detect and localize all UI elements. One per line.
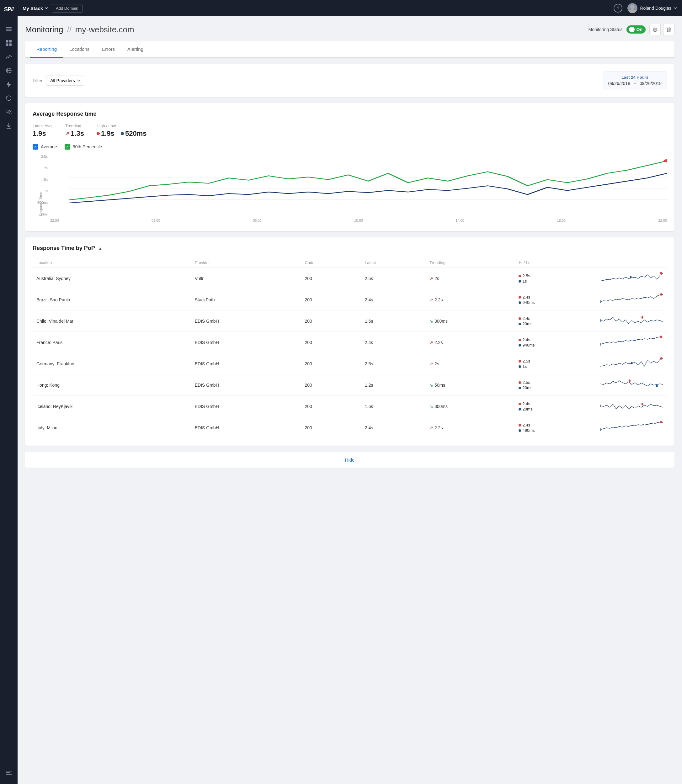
cell-latest: 2.4s [361, 332, 426, 353]
monitoring-status-section: Monitoring Status On [588, 24, 674, 35]
sidebar-item-users[interactable] [3, 106, 15, 118]
cell-latest: 2.5s [361, 353, 426, 374]
cell-sparkline [597, 289, 667, 310]
col-location: Location [33, 258, 191, 268]
svg-point-40 [601, 428, 601, 431]
sidebar-item-download[interactable] [3, 119, 15, 132]
cell-provider: EDIS GmbH [191, 374, 301, 396]
svg-point-39 [660, 421, 662, 423]
cell-hilo: 2.4s 20ms [515, 310, 597, 332]
cell-code: 200 [301, 374, 361, 396]
sidebar-item-lightning[interactable] [3, 78, 15, 91]
header-actions [649, 24, 674, 35]
stack-selector[interactable]: My Stack [22, 6, 48, 11]
cell-sparkline [597, 353, 667, 374]
sidebar-item-menu[interactable] [3, 767, 15, 779]
toggle-knob [629, 27, 635, 32]
svg-point-12 [10, 110, 11, 111]
hide-button[interactable]: Hide [345, 457, 355, 463]
tab-alerting[interactable]: Alerting [121, 41, 150, 58]
sidebar-item-globe[interactable] [3, 64, 15, 77]
trash-icon[interactable] [663, 24, 674, 35]
svg-point-36 [656, 385, 658, 387]
page-content: Monitoring // my-website.com Monitoring … [18, 16, 682, 784]
sidebar-item-chart[interactable] [3, 51, 15, 63]
cell-sparkline [597, 332, 667, 353]
table-row: Hong: Kong EDIS GmbH 200 1.2s ↘ 50ms 2.5… [33, 374, 667, 396]
date-range-box: Last 24 Hours 09/26/2018 → 09/26/2018 [603, 72, 667, 89]
page-separator: // [67, 25, 71, 35]
cell-sparkline [597, 310, 667, 332]
cell-trending: ↗ 2.2s [426, 332, 515, 353]
cell-location: France: Paris [33, 332, 191, 353]
filter-select[interactable]: All Providers [46, 76, 84, 86]
table-row: Iceland: ReyKjavik EDIS GmbH 200 1.6s ↘ … [33, 396, 667, 417]
high-low-values: 1.9s 520ms [97, 129, 147, 138]
tab-reporting[interactable]: Reporting [30, 41, 63, 58]
sidebar-item-list[interactable] [3, 23, 15, 35]
sidebar: SP// [0, 0, 18, 784]
sidebar-item-grid[interactable] [3, 37, 15, 49]
topnav: My Stack Add Domain ? Roland Douglas [18, 0, 682, 16]
tab-locations[interactable]: Locations [63, 41, 96, 58]
cell-code: 200 [301, 310, 361, 332]
avatar [628, 3, 637, 13]
sidebar-item-shield[interactable] [3, 92, 15, 105]
svg-point-38 [601, 404, 601, 407]
page-title: Monitoring // my-website.com [25, 25, 134, 35]
stat-trending: Trending ↗ 1.3s [65, 124, 84, 138]
svg-rect-6 [10, 44, 12, 46]
checkbox-90th[interactable]: ✓ 90th Percentile [65, 144, 102, 149]
table-row: Germany: Frankfurt EDIS GmbH 200 2.5s ↗ … [33, 353, 667, 374]
chart-area [69, 154, 667, 211]
add-domain-button[interactable]: Add Domain [52, 4, 83, 13]
checkbox-90th-label: 90th Percentile [73, 144, 102, 149]
cell-trending: ↘ 50ms [426, 374, 515, 396]
x-axis-labels: 22:0002:0006:0010:0014:0018:0022:00 [50, 217, 667, 224]
latest-avg-value: 1.9s [33, 129, 53, 138]
cell-provider: Vultr [191, 268, 301, 289]
svg-marker-10 [6, 81, 11, 87]
monitoring-toggle[interactable]: On [626, 25, 645, 33]
high-dot [97, 132, 100, 135]
settings-icon[interactable] [649, 24, 661, 35]
cell-hilo: 2.5s 20ms [515, 374, 597, 396]
cell-trending: ↗ 2s [426, 268, 515, 289]
checkbox-average-label: Average [41, 144, 57, 149]
collapse-icon[interactable]: ▲ [98, 246, 103, 251]
col-latest: Latest [361, 258, 426, 268]
app-logo: SP// [2, 4, 16, 15]
avg-response-title: Average Response time [33, 111, 667, 117]
svg-point-33 [660, 357, 662, 360]
date-to: 09/26/2018 [640, 81, 661, 86]
svg-point-34 [631, 362, 633, 364]
cell-hilo: 2.4s 20ms [515, 396, 597, 417]
help-icon[interactable]: ? [613, 4, 622, 13]
svg-point-32 [601, 343, 601, 345]
cell-provider: EDIS GmbH [191, 332, 301, 353]
tabs: Reporting Locations Errors Alerting [25, 41, 674, 58]
pop-table: Location Provider Code Latest Trending H… [33, 258, 667, 438]
stats-row: Latest Avg. 1.9s Trending ↗ 1.3s High / … [33, 124, 667, 138]
high-low-label: High / Low [97, 124, 147, 128]
tab-errors[interactable]: Errors [96, 41, 121, 58]
cell-provider: EDIS GmbH [191, 396, 301, 417]
svg-point-17 [630, 5, 635, 9]
cell-trending: ↗ 2.2s [426, 289, 515, 310]
svg-point-27 [660, 293, 662, 296]
date-range-label: Last 24 Hours [608, 75, 661, 80]
chart-inner: 22:0002:0006:0010:0014:0018:0022:00 [50, 154, 667, 224]
stat-latest-avg: Latest Avg. 1.9s [33, 124, 53, 138]
cell-latest: 1.6s [361, 310, 426, 332]
cell-code: 200 [301, 332, 361, 353]
hide-row: Hide [25, 452, 674, 468]
pop-section-title: Response Time by PoP [33, 245, 95, 251]
cell-sparkline [597, 417, 667, 439]
svg-point-29 [642, 316, 643, 319]
svg-rect-21 [668, 27, 670, 28]
user-info[interactable]: Roland Douglas [628, 3, 677, 13]
svg-point-18 [628, 10, 636, 13]
checkbox-average[interactable]: ✓ Average [33, 144, 57, 149]
svg-rect-2 [6, 30, 11, 31]
cell-hilo: 2.4s 940ms [515, 289, 597, 310]
